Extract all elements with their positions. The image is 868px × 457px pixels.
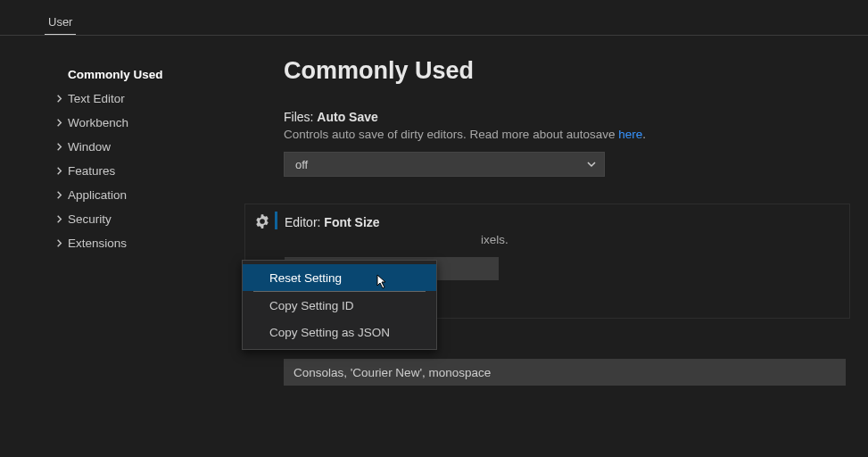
chevron-right-icon [52, 94, 66, 104]
toc-workbench[interactable]: Workbench [52, 111, 241, 135]
chevron-down-icon [586, 159, 597, 170]
setting-name: Font Size [324, 215, 379, 229]
toc-application[interactable]: Application [52, 183, 241, 207]
autosave-select[interactable]: off [284, 152, 605, 177]
toc-label: Workbench [68, 116, 128, 129]
modified-indicator [275, 212, 277, 229]
input-value: Consolas, 'Courier New', monospace [293, 366, 491, 379]
chevron-right-icon [52, 142, 66, 152]
fontfamily-input[interactable]: Consolas, 'Courier New', monospace [284, 359, 846, 386]
toc-commonly-used[interactable]: Commonly Used [52, 62, 241, 87]
toc-extensions[interactable]: Extensions [52, 231, 241, 255]
chevron-right-icon [52, 118, 66, 128]
toc-label: Extensions [68, 237, 127, 250]
chevron-right-icon [52, 166, 66, 176]
setting-header: Files: Auto Save [284, 110, 850, 124]
autosave-help-link[interactable]: here [618, 128, 642, 141]
tab-user[interactable]: User [45, 8, 76, 35]
toc-features[interactable]: Features [52, 159, 241, 183]
toc-label: Features [68, 164, 115, 178]
setting-header: Editor: Font Size [285, 215, 837, 229]
setting-prefix: Editor: [285, 215, 324, 229]
settings-body: Commonly Used Text Editor Workbench Wind… [0, 36, 868, 457]
setting-files-autosave: Files: Auto Save Controls auto save of d… [284, 110, 850, 177]
menu-copy-setting-json[interactable]: Copy Setting as JSON [243, 319, 436, 345]
setting-description: Controls auto save of dirty editors. Rea… [284, 128, 850, 141]
settings-main: Commonly Used Files: Auto Save Controls … [241, 36, 868, 457]
settings-toc: Commonly Used Text Editor Workbench Wind… [0, 36, 241, 457]
chevron-right-icon [52, 238, 66, 248]
toc-label: Security [68, 212, 112, 226]
toc-security[interactable]: Security [52, 207, 241, 231]
toc-label: Application [68, 188, 127, 202]
toc-label: Text Editor [68, 92, 125, 105]
menu-copy-setting-id[interactable]: Copy Setting ID [243, 292, 436, 319]
toc-text-editor[interactable]: Text Editor [52, 87, 241, 111]
settings-scope-tabs: User [0, 0, 868, 36]
setting-prefix: Files: [284, 110, 317, 124]
gear-icon[interactable] [254, 213, 270, 229]
menu-reset-setting[interactable]: Reset Setting [243, 264, 436, 291]
setting-name: Auto Save [317, 110, 377, 124]
setting-context-menu: Reset Setting Copy Setting ID Copy Setti… [242, 260, 437, 350]
setting-description: ixels. [285, 233, 837, 246]
chevron-right-icon [52, 190, 66, 200]
page-title: Commonly Used [284, 57, 850, 85]
chevron-right-icon [52, 214, 66, 224]
toc-label: Window [68, 140, 111, 154]
select-value: off [295, 158, 308, 171]
toc-window[interactable]: Window [52, 135, 241, 159]
